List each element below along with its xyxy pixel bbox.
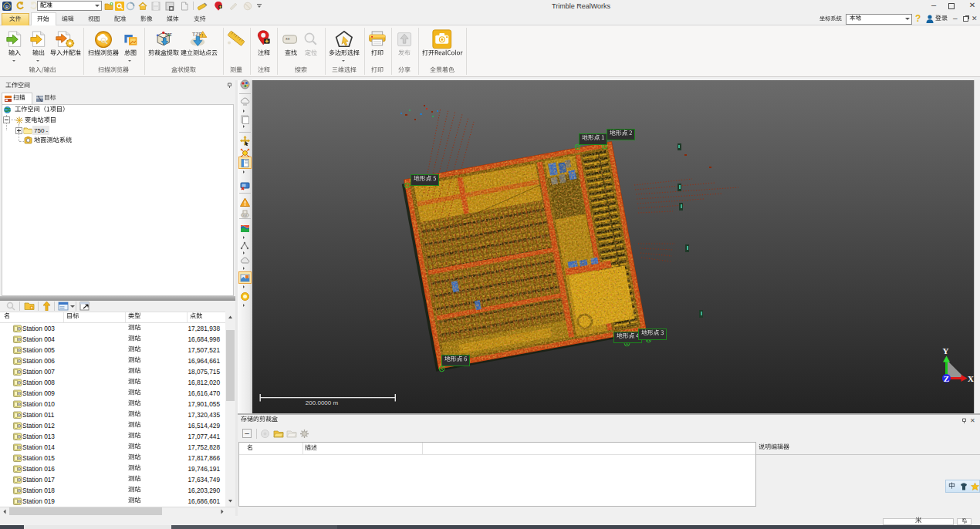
svg-text:**: ** [286,35,290,42]
svg-text:Y: Y [943,346,949,355]
svg-text:R: R [5,4,9,10]
svg-text:Z: Z [944,374,949,383]
svg-text:SM: SM [242,214,247,217]
svg-text:200.0000 m: 200.0000 m [306,399,339,406]
svg-text:X: X [968,374,974,383]
svg-text:TZF: TZF [165,33,172,38]
